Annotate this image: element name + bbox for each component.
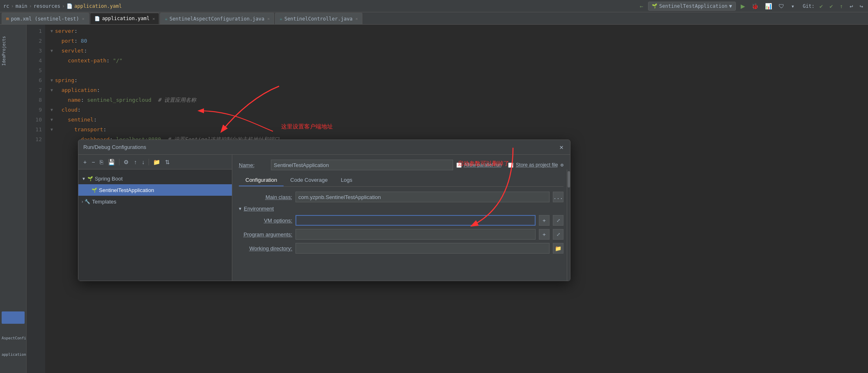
line-num-2: 2	[27, 36, 45, 46]
tab-pom-close[interactable]: ✕	[82, 16, 85, 21]
tab-configuration[interactable]: Configuration	[239, 174, 284, 186]
tab-logs[interactable]: Logs	[334, 174, 359, 186]
git-push-icon[interactable]: ↑	[838, 2, 845, 10]
store-project-gear-icon: ⚙	[561, 162, 563, 168]
fold-11[interactable]: ▼	[48, 125, 55, 135]
git-check2-icon[interactable]: ✔	[828, 2, 834, 10]
fold-3[interactable]: ▼	[48, 46, 55, 56]
top-bar-actions: ← 🌱 SentinelTestApplication ▼ ▶ 🐞 📊 🛡 ▾ …	[638, 1, 865, 11]
profile-icon[interactable]: 📊	[763, 2, 774, 10]
vm-options-input[interactable]	[295, 215, 536, 226]
environment-section: ▼ Environment	[239, 206, 563, 212]
vm-options-expand-button[interactable]: ⤢	[553, 215, 563, 226]
breadcrumb: rc › main › resources › 📄 application.ya…	[3, 3, 638, 9]
config-form: Main class: ... ▼ Environment VM options…	[239, 192, 563, 281]
tree-spring-boot-header[interactable]: ▼ 🌱 Spring Boot	[78, 173, 232, 184]
dropdown-arrow-icon: ▼	[729, 3, 732, 9]
spring-boot-group: ▼ 🌱 Spring Boot 🌱 SentinelTestApplicatio…	[78, 173, 232, 196]
tab-pom-prefix: m	[6, 16, 9, 21]
dialog-right-panel: Name: Allow parallel run Store as projec…	[232, 155, 570, 281]
fold-1[interactable]: ▼	[48, 26, 55, 36]
tab-sentinel-aspect[interactable]: ☕ SentinelAspectConfiguration.java ✕	[160, 13, 274, 24]
save-config-button[interactable]: 💾	[106, 158, 117, 166]
main-class-label: Main class:	[239, 194, 292, 200]
tab-aspect-close[interactable]: ✕	[267, 16, 270, 21]
program-args-input[interactable]	[295, 229, 536, 240]
working-dir-input[interactable]	[295, 243, 550, 254]
program-args-label: Program arguments:	[239, 231, 292, 238]
line-num-1: 1	[27, 26, 45, 36]
remove-config-button[interactable]: −	[90, 158, 96, 166]
breadcrumb-main: main	[16, 3, 27, 9]
gear-config-button[interactable]: ⚙	[122, 158, 131, 166]
working-dir-row: Working directory: 📁	[239, 243, 563, 254]
line-num-4: 4	[27, 56, 45, 66]
environment-label: Environment	[244, 206, 274, 212]
store-as-project-file-row: Store as project file ⚙	[508, 162, 563, 168]
scrollbar-thumb	[568, 171, 570, 188]
fold-12	[48, 135, 55, 144]
redo-icon[interactable]: ↪	[858, 2, 865, 10]
sort-button[interactable]: ⇅	[163, 158, 172, 166]
fold-7[interactable]: ▼	[48, 85, 55, 95]
program-args-add-button[interactable]: +	[539, 229, 550, 240]
fold-9[interactable]: ▼	[48, 105, 55, 115]
run-icon[interactable]: ▶	[739, 1, 747, 11]
folder-button[interactable]: 📁	[151, 158, 162, 166]
program-args-expand-button[interactable]: ⤢	[553, 229, 563, 240]
sidebar-application-label: application	[2, 352, 25, 357]
breadcrumb-sep3: ›	[62, 3, 65, 9]
main-class-input[interactable]	[295, 192, 550, 202]
tab-ctrl-close[interactable]: ✕	[355, 16, 358, 21]
name-input[interactable]	[271, 160, 453, 170]
navigate-back-icon[interactable]: ←	[638, 2, 645, 10]
store-as-project-file-checkbox[interactable]	[508, 162, 513, 168]
dialog-close-button[interactable]: ✕	[558, 143, 565, 151]
dialog-scrollbar[interactable]	[567, 169, 570, 281]
main-class-row: Main class: ...	[239, 192, 563, 202]
line-num-6: 6	[27, 76, 45, 85]
vm-options-add-button[interactable]: +	[539, 215, 550, 226]
code-line-2: port: 80	[48, 36, 865, 46]
allow-parallel-run-checkbox[interactable]	[456, 162, 462, 168]
working-dir-browse-button[interactable]: 📁	[553, 243, 563, 254]
tab-sentinel-ctrl[interactable]: ☕ SentinelController.java ✕	[275, 13, 362, 24]
breadcrumb-resources: resources	[34, 3, 60, 9]
move-down-button[interactable]: ↓	[140, 158, 146, 166]
tab-aspect-prefix: ☕	[165, 16, 167, 21]
debug-icon[interactable]: 🐞	[750, 2, 760, 10]
more-run-icon[interactable]: ▾	[789, 2, 796, 10]
code-line-8: name: sentinel_springcloud # 设置应用名称	[48, 95, 865, 105]
fold-10[interactable]: ▼	[48, 115, 55, 125]
git-check1-icon[interactable]: ✔	[818, 2, 824, 10]
tree-sentinel-app[interactable]: 🌱 SentinelTestApplication	[78, 184, 232, 196]
left-sidebar: IdeaProjects AspectConfig application	[0, 25, 27, 373]
tree-templates[interactable]: › 🔧 Templates	[78, 196, 232, 207]
line-num-10: 10	[27, 115, 45, 125]
line-num-8: 8	[27, 95, 45, 105]
tab-yaml-close[interactable]: ✕	[152, 16, 155, 21]
spring-boot-icon: 🌱	[87, 176, 93, 181]
add-config-button[interactable]: +	[82, 158, 88, 166]
code-line-10: ▼ sentinel:	[48, 115, 865, 125]
run-config-name: SentinelTestApplication	[659, 3, 727, 9]
breadcrumb-filename: application.yaml	[74, 3, 122, 9]
config-tree: ▼ 🌱 Spring Boot 🌱 SentinelTestApplicatio…	[78, 169, 232, 281]
code-line-11: ▼ transport:	[48, 125, 865, 135]
tab-pom[interactable]: m pom.xml (sentinel-test) ✕	[2, 13, 89, 24]
tab-yaml-label: application.yaml	[102, 16, 150, 21]
coverage-icon[interactable]: 🛡	[777, 2, 786, 10]
fold-6[interactable]: ▼	[48, 76, 55, 85]
spring-boot-expand-icon: ▼	[82, 176, 86, 181]
run-config-dropdown[interactable]: 🌱 SentinelTestApplication ▼	[648, 2, 735, 11]
main-class-browse-button[interactable]: ...	[553, 192, 563, 202]
copy-config-button[interactable]: ⎘	[98, 158, 105, 166]
env-chevron-icon[interactable]: ▼	[239, 206, 241, 211]
tab-yaml[interactable]: 📄 application.yaml ✕	[90, 13, 160, 24]
dialog-title: Run/Debug Configurations	[83, 144, 558, 150]
move-up-button[interactable]: ↑	[132, 158, 138, 166]
tab-code-coverage[interactable]: Code Coverage	[284, 174, 334, 186]
vm-options-label: VM options:	[239, 217, 292, 224]
code-line-7: ▼ application:	[48, 85, 865, 95]
undo-icon[interactable]: ↩	[848, 2, 854, 10]
